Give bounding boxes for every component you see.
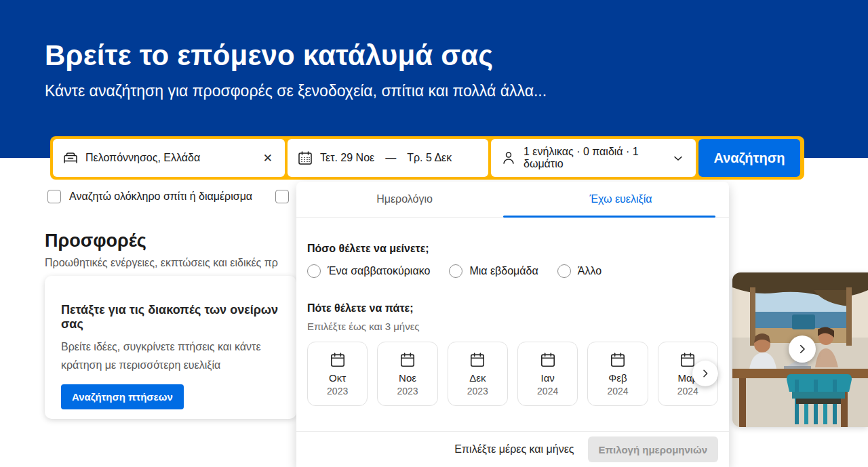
- checkin-date: Τετ. 29 Νοε: [320, 152, 374, 164]
- select-dates-button[interactable]: Επιλογή ημερομηνιών: [588, 436, 718, 462]
- offers-heading: Προσφορές: [45, 230, 146, 251]
- radio-icon[interactable]: [557, 264, 571, 278]
- month-label: Οκτ: [329, 372, 346, 384]
- bed-icon: [62, 150, 79, 166]
- search-flights-button[interactable]: Αναζήτηση πτήσεων: [61, 384, 184, 409]
- carousel-next-button[interactable]: [789, 336, 816, 363]
- entire-home-label: Αναζητώ ολόκληρο σπίτι ή διαμέρισμα: [69, 190, 252, 203]
- page-title: Βρείτε το επόμενο κατάλυμά σας: [45, 39, 493, 72]
- year-label: 2024: [537, 386, 558, 397]
- panel-body: Πόσο θέλετε να μείνετε; Ένα σαββατοκύρια…: [296, 243, 729, 406]
- panel-footer: Επιλέξτε μέρες και μήνες Επιλογή ημερομη…: [296, 431, 729, 467]
- year-label: 2023: [467, 386, 488, 397]
- promo-title: Πετάξτε για τις διακοπές των ονείρων σας: [61, 303, 280, 331]
- stay-length-question: Πόσο θέλετε να μείνετε;: [307, 243, 718, 255]
- panel-tabs: Ημερολόγιο Έχω ευελιξία: [296, 182, 729, 218]
- chevron-right-icon: [700, 368, 711, 379]
- month-card[interactable]: Νοε 2023: [377, 342, 437, 406]
- months-scroll-next-button[interactable]: [692, 361, 718, 386]
- month-card[interactable]: Φεβ 2024: [587, 342, 648, 406]
- calendar-icon: [469, 351, 486, 369]
- travel-time-hint: Επιλέξτε έως και 3 μήνες: [307, 321, 718, 332]
- month-card[interactable]: Ιαν 2024: [517, 342, 578, 406]
- active-tab-underline: [503, 216, 715, 218]
- radio-weekend[interactable]: Ένα σαββατοκύριακο: [307, 264, 430, 278]
- chevron-right-icon: [796, 343, 808, 355]
- stay-length-options: Ένα σαββατοκύριακο Μια εβδομάδα Άλλο: [307, 264, 718, 278]
- radio-icon[interactable]: [307, 264, 321, 278]
- occupancy-field[interactable]: 1 ενήλικας · 0 παιδιά · 1 δωμάτιο: [491, 139, 696, 177]
- radio-other[interactable]: Άλλο: [557, 264, 601, 278]
- flexible-dates-panel: Ημερολόγιο Έχω ευελιξία Πόσο θέλετε να μ…: [296, 182, 729, 467]
- month-card[interactable]: Δεκ 2023: [448, 342, 508, 406]
- year-label: 2023: [397, 386, 418, 397]
- tab-flexible[interactable]: Έχω ευελιξία: [513, 182, 729, 217]
- entire-home-checkbox[interactable]: Αναζητώ ολόκληρο σπίτι ή διαμέρισμα: [47, 190, 252, 203]
- month-picker: Οκτ 2023 Νοε 2023 Δεκ 2023 Ιαν 2024 Φεβ: [307, 342, 718, 406]
- clear-destination-icon[interactable]: ✕: [260, 150, 275, 167]
- radio-week[interactable]: Μια εβδομάδα: [449, 264, 538, 278]
- month-label: Φεβ: [608, 372, 627, 384]
- radio-other-label: Άλλο: [578, 265, 601, 277]
- destination-value: Πελοπόννησος, Ελλάδα: [85, 152, 200, 164]
- calendar-icon: [329, 351, 347, 369]
- search-button[interactable]: Αναζήτηση: [698, 139, 800, 177]
- offers-subtitle: Προωθητικές ενέργειες, εκπτώσεις και ειδ…: [45, 257, 278, 269]
- year-label: 2024: [607, 386, 628, 397]
- calendar-icon: [609, 351, 627, 369]
- search-bar: Πελοπόννησος, Ελλάδα ✕ Τετ. 29 Νοε — Τρ.…: [50, 136, 804, 180]
- hero-banner: [0, 0, 868, 158]
- date-range-separator: —: [381, 152, 400, 164]
- checkbox-icon[interactable]: [47, 190, 61, 203]
- tab-calendar[interactable]: Ημερολόγιο: [296, 182, 513, 217]
- month-label: Δεκ: [469, 372, 486, 384]
- occupancy-value: 1 ενήλικας · 0 παιδιά · 1 δωμάτιο: [524, 146, 663, 170]
- checkbox-icon[interactable]: [275, 190, 289, 203]
- destination-field[interactable]: Πελοπόννησος, Ελλάδα ✕: [53, 139, 285, 177]
- calendar-icon: [399, 351, 416, 369]
- month-label: Νοε: [399, 372, 416, 384]
- search-filters: Αναζητώ ολόκληρο σπίτι ή διαμέρισμα Ταξι…: [47, 190, 322, 203]
- radio-icon[interactable]: [449, 264, 462, 278]
- month-label: Ιαν: [540, 372, 554, 384]
- calendar-icon: [539, 351, 557, 369]
- page-subtitle: Κάντε αναζήτηση για προσφορές σε ξενοδοχ…: [45, 82, 547, 100]
- chevron-down-icon: [670, 150, 686, 166]
- year-label: 2023: [327, 386, 348, 397]
- dates-field[interactable]: Τετ. 29 Νοε — Τρ. 5 Δεκ: [288, 139, 488, 177]
- radio-weekend-label: Ένα σαββατοκύριακο: [328, 265, 430, 277]
- radio-week-label: Μια εβδομάδα: [469, 265, 538, 277]
- month-card[interactable]: Οκτ 2023: [307, 342, 368, 406]
- promo-body: Βρείτε ιδέες, συγκρίνετε πτήσεις και κάν…: [61, 338, 273, 374]
- footer-hint: Επιλέξτε μέρες και μήνες: [454, 443, 574, 455]
- flights-promo-card[interactable]: Πετάξτε για τις διακοπές των ονείρων σας…: [45, 276, 296, 419]
- travel-time-question: Πότε θέλετε να πάτε;: [307, 302, 718, 314]
- person-icon: [500, 150, 517, 166]
- checkout-date: Τρ. 5 Δεκ: [407, 152, 452, 164]
- calendar-icon: [297, 150, 313, 166]
- year-label: 2024: [677, 386, 698, 397]
